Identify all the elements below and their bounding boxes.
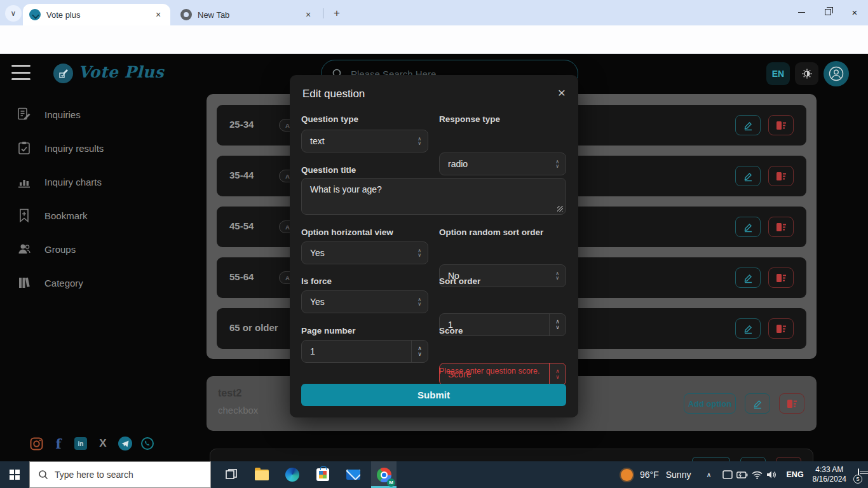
option-horizontal-select[interactable]: Yes ∧∨: [301, 241, 428, 264]
weather-sun-icon[interactable]: [621, 469, 633, 481]
vote-plus-favicon-icon: [29, 9, 41, 20]
trash-icon: [776, 222, 787, 232]
edge-button[interactable]: [280, 461, 305, 488]
language-button[interactable]: EN: [766, 62, 790, 85]
pencil-icon: [743, 323, 754, 334]
theme-brightness-button[interactable]: [795, 62, 818, 85]
instagram-icon[interactable]: [29, 437, 43, 451]
is-force-select[interactable]: Yes ∧∨: [301, 290, 428, 313]
mail-button[interactable]: [341, 461, 366, 488]
add-option-button[interactable]: Add option: [684, 393, 736, 414]
file-explorer-icon: [255, 470, 269, 480]
window-minimize-button[interactable]: [788, 0, 815, 24]
sidebar-item-inquiry-results[interactable]: Inquiry results: [0, 135, 165, 161]
delete-question-button[interactable]: [768, 217, 794, 237]
edit-question-button[interactable]: [735, 318, 761, 339]
volume-icon[interactable]: [764, 470, 779, 479]
hamburger-menu-icon[interactable]: [11, 65, 31, 80]
pencil-icon: [752, 398, 763, 409]
delete-option-button[interactable]: [779, 393, 804, 414]
x-twitter-icon[interactable]: X: [96, 437, 110, 451]
file-explorer-button[interactable]: [249, 461, 275, 488]
question-row-label: 65 or older: [229, 322, 278, 333]
option-horizontal-label: Option horizontal view: [301, 227, 428, 237]
sidebar-item-label: Groups: [44, 244, 76, 255]
question-title-textarea[interactable]: What is your age?: [301, 178, 566, 215]
tab-close-icon[interactable]: ×: [302, 9, 314, 20]
question-title-label: Question title: [301, 165, 356, 175]
edit-option-button[interactable]: [745, 393, 770, 414]
task-view-icon: [225, 468, 238, 481]
sidebar-item-groups[interactable]: Groups: [0, 236, 165, 262]
tablet-mode-icon[interactable]: [721, 470, 735, 479]
sidebar-item-inquiry-charts[interactable]: Inquiry charts: [0, 169, 165, 194]
sidebar-item-category[interactable]: Category: [0, 270, 165, 295]
edit-question-button[interactable]: [735, 217, 761, 237]
chrome-button-active[interactable]: M: [371, 461, 397, 488]
input-language-indicator[interactable]: ENG: [787, 470, 804, 479]
delete-question-button[interactable]: [768, 318, 794, 339]
tab-separator: [323, 8, 323, 18]
vote-plus-logo-icon: [53, 64, 73, 83]
clock-time: 4:33 AM: [815, 465, 843, 474]
edit-option-button-partial[interactable]: [740, 457, 766, 461]
window-close-button[interactable]: ×: [841, 0, 868, 24]
telegram-icon[interactable]: [118, 437, 132, 451]
wifi-icon[interactable]: [750, 471, 764, 479]
chevron-updown-icon: ∧∨: [417, 297, 421, 306]
chevron-updown-icon: ∧∨: [417, 248, 421, 257]
whatsapp-icon[interactable]: [140, 437, 154, 451]
modal-close-icon[interactable]: ×: [558, 85, 566, 100]
battery-icon[interactable]: [735, 471, 750, 478]
question-row-label: 45-54: [229, 220, 254, 231]
linkedin-icon[interactable]: in: [74, 437, 87, 450]
task-view-button[interactable]: [219, 461, 244, 488]
new-tab-button[interactable]: +: [329, 6, 344, 21]
user-profile-button[interactable]: [824, 61, 849, 86]
sidebar-item-label: Inquiries: [44, 109, 81, 120]
edit-question-button[interactable]: [735, 268, 761, 288]
add-option-button-partial[interactable]: [692, 457, 730, 461]
option-random-label: Option random sort order: [439, 227, 566, 237]
action-center-button[interactable]: 5: [858, 469, 859, 480]
edit-question-button[interactable]: [735, 166, 761, 186]
weather-condition[interactable]: Sunny: [666, 470, 691, 480]
tab-search-chevron-icon[interactable]: ∨: [5, 5, 22, 22]
number-spinner[interactable]: ∧∨: [411, 341, 428, 362]
tab-vote-plus[interactable]: Vote plus ×: [23, 4, 170, 25]
trash-icon: [776, 273, 787, 283]
tab-new-tab[interactable]: New Tab ×: [174, 4, 320, 25]
sort-order-label: Sort order: [439, 276, 566, 286]
start-button[interactable]: [0, 461, 29, 488]
delete-question-button[interactable]: [768, 268, 794, 288]
browser-toolbar: ← → ↻ Not secure pullingsystem-frontend.…: [0, 25, 868, 54]
taskbar-clock[interactable]: 4:33 AM 8/16/2024: [813, 465, 846, 484]
sidebar-item-label: Bookmark: [44, 210, 88, 221]
pencil-icon: [743, 273, 754, 283]
notification-count-badge: 5: [853, 475, 862, 484]
store-icon: [316, 468, 329, 481]
weather-temp[interactable]: 96°F: [640, 470, 659, 480]
logo-text[interactable]: Vote Plus: [78, 63, 164, 81]
delete-question-button[interactable]: [768, 115, 794, 135]
trash-icon: [776, 121, 787, 130]
response-type-label: Response type: [439, 114, 566, 124]
tab-close-icon[interactable]: ×: [153, 9, 164, 20]
question-type-select[interactable]: text ∧∨: [301, 130, 428, 152]
facebook-icon[interactable]: f: [51, 437, 65, 451]
taskbar-search[interactable]: Type here to search: [29, 461, 211, 488]
edit-question-button[interactable]: [735, 115, 761, 135]
store-button[interactable]: [310, 461, 336, 488]
window-restore-button[interactable]: [815, 0, 841, 24]
windows-logo-icon: [10, 470, 20, 480]
resize-handle-icon[interactable]: [557, 206, 563, 212]
sidebar-item-inquiries[interactable]: Inquiries: [0, 102, 165, 127]
delete-question-button[interactable]: [768, 166, 794, 186]
hidden-icons-chevron[interactable]: ∧: [706, 471, 711, 479]
pencil-icon: [743, 171, 754, 182]
edge-icon: [285, 468, 299, 482]
sidebar-item-bookmark[interactable]: Bookmark: [0, 203, 165, 228]
submit-button[interactable]: Submit: [301, 384, 566, 406]
delete-option-button-partial[interactable]: [776, 457, 801, 461]
page-number-input[interactable]: 1 ∧∨: [301, 340, 428, 363]
